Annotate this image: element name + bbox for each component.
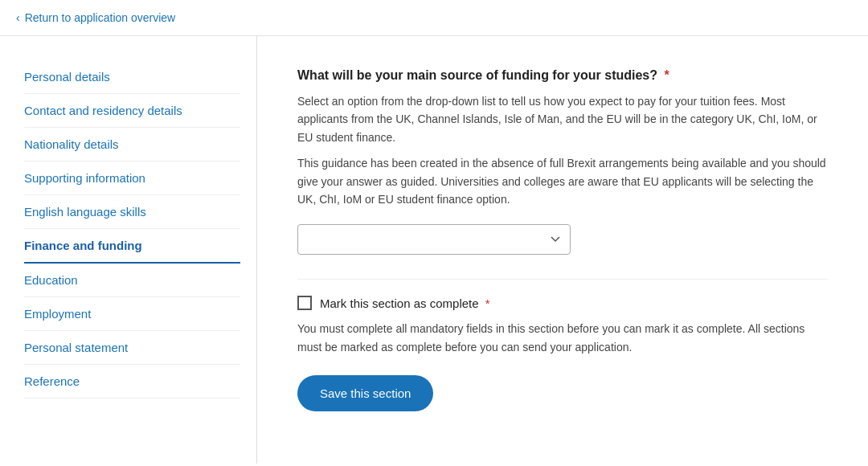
description-line1: Select an option from the drop-down list… [297, 92, 828, 146]
sidebar-item-reference[interactable]: Reference [24, 365, 240, 399]
sidebar-item-employment[interactable]: Employment [24, 297, 240, 331]
sidebar-item-contact-residency[interactable]: Contact and residency details [24, 94, 240, 128]
sidebar-item-nationality-details[interactable]: Nationality details [24, 128, 240, 161]
main-content: What will be your main source of funding… [257, 36, 868, 464]
top-nav: ‹ Return to application overview [0, 0, 868, 36]
question-title: What will be your main source of funding… [297, 68, 828, 83]
sidebar-item-education[interactable]: Education [24, 264, 240, 297]
description-line2: This guidance has been created in the ab… [297, 154, 828, 208]
sidebar-item-personal-statement[interactable]: Personal statement [24, 331, 240, 365]
funding-source-select[interactable] [297, 224, 571, 255]
back-link[interactable]: ‹ Return to application overview [16, 11, 852, 24]
required-indicator: * [664, 68, 669, 82]
save-section-button[interactable]: Save this section [297, 375, 433, 411]
sidebar-item-english-language[interactable]: English language skills [24, 195, 240, 229]
section-complete-row: Mark this section as complete * [297, 296, 828, 310]
chevron-left-icon: ‹ [16, 11, 20, 24]
mandatory-note: You must complete all mandatory fields i… [297, 320, 828, 356]
sidebar-item-personal-details[interactable]: Personal details [24, 60, 240, 94]
back-link-label: Return to application overview [25, 11, 176, 24]
sidebar-item-supporting-information[interactable]: Supporting information [24, 161, 240, 195]
required-star-complete: * [485, 296, 490, 310]
section-divider [297, 279, 828, 280]
page-layout: Personal details Contact and residency d… [0, 36, 868, 464]
section-complete-checkbox[interactable] [297, 296, 312, 310]
sidebar-item-finance-funding[interactable]: Finance and funding [24, 229, 240, 264]
funding-dropdown-wrapper [297, 224, 828, 255]
section-complete-label: Mark this section as complete * [320, 296, 490, 310]
sidebar: Personal details Contact and residency d… [0, 36, 257, 464]
